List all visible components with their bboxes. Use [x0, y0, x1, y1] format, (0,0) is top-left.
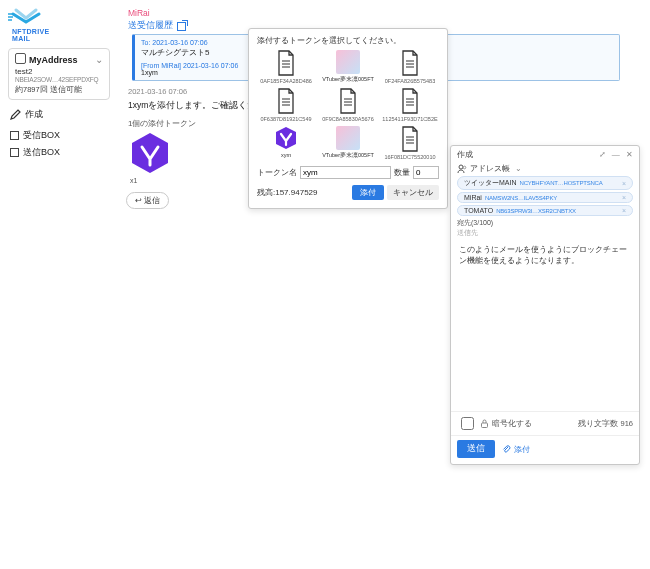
compose-title: 作成 [457, 149, 473, 160]
app-logo: NFTDRIVEMAIL [12, 10, 110, 42]
token-qty-label: 数量 [394, 167, 410, 178]
token-id: 0F9C8A85830A5676 [322, 116, 373, 122]
close-icon[interactable]: ✕ [626, 150, 633, 159]
recipient-count: 宛先(3/100) [451, 216, 639, 228]
remove-chip-icon[interactable]: × [622, 194, 626, 201]
recipient-name: TOMATO [464, 207, 493, 214]
token-balance: 残高:157.947529 [257, 187, 318, 198]
token-name-input[interactable] [300, 166, 391, 179]
sidebar-item-sent[interactable]: 送信BOX [8, 144, 110, 161]
attach-button[interactable]: 添付 [352, 185, 384, 200]
address-book-link[interactable]: アドレス帳 [470, 163, 510, 174]
to-hint: 送信先 [451, 228, 639, 238]
paperclip-icon [501, 444, 511, 454]
remove-chip-icon[interactable]: × [622, 207, 626, 214]
xym-token-icon [128, 131, 172, 175]
compose-body[interactable] [457, 242, 633, 411]
recipient-name: MiRai [464, 194, 482, 201]
message-from-line: [From MiRai] 2021-03-16 07:06 [141, 62, 238, 69]
token-item[interactable]: 1125411F93D71CB2E [381, 88, 439, 122]
nft-image-icon [336, 50, 360, 74]
svg-marker-0 [132, 133, 168, 173]
token-id: 1125411F93D71CB2E [382, 116, 437, 122]
svg-point-2 [459, 165, 463, 169]
contacts-icon [457, 164, 467, 174]
modal-title: 添付するトークンを選択してください。 [257, 35, 439, 46]
remove-chip-icon[interactable]: × [622, 180, 626, 187]
lock-icon [480, 419, 489, 428]
attachment-token[interactable] [128, 131, 172, 175]
external-link-icon [177, 22, 186, 31]
cancel-button[interactable]: キャンセル [387, 185, 439, 200]
recipient-chip[interactable]: MiRaiNAMSW2NS…ILAV5S4PKY× [457, 192, 633, 203]
recipient-chip[interactable]: ツイッターMAINNCYBHFYANT…HOSTPTSNCA× [457, 176, 633, 190]
document-icon [399, 50, 421, 76]
compose-button[interactable]: 作成 [10, 108, 110, 121]
token-item[interactable]: 0F6387D81921C549 [257, 88, 315, 122]
document-icon [275, 50, 297, 76]
token-id: 0F6387D81921C549 [260, 116, 311, 122]
account-stat: 約7897回 送信可能 [15, 85, 103, 95]
account-name: test2 [15, 67, 103, 76]
document-icon [275, 88, 297, 114]
recipient-id: NAMSW2NS…ILAV5S4PKY [485, 195, 557, 201]
recipient-id: NB63SPRW3I…XSR2CNBTXX [496, 208, 576, 214]
token-id: 16F081DC75520010 [384, 154, 435, 160]
recipient-id: NCYBHFYANT…HOSTPTSNCA [520, 180, 603, 186]
token-name-label: トークン名 [257, 167, 297, 178]
char-counter: 残り文字数 916 [578, 419, 633, 429]
token-caption: VTuber夢末凛005FT [322, 152, 374, 159]
sent-icon [10, 148, 19, 157]
document-icon [399, 88, 421, 114]
token-item[interactable]: VTuber夢末凛005FT [319, 50, 377, 84]
token-item[interactable]: 0F24FA826B575483 [381, 50, 439, 84]
encrypt-checkbox[interactable] [461, 417, 474, 430]
minimize-icon[interactable]: — [612, 150, 620, 159]
document-icon [399, 126, 421, 152]
pencil-icon [10, 109, 21, 120]
token-item[interactable]: 16F081DC75520010 [381, 126, 439, 160]
send-button[interactable]: 送信 [457, 440, 495, 458]
my-address-selector[interactable]: MyAddress ⌄ test2 NBEIA2SOW…42SEFPDXFQ 約… [8, 48, 110, 100]
chevron-down-icon: ⌄ [515, 164, 522, 173]
message-from-body: 1xym [141, 69, 158, 76]
expand-icon[interactable]: ⤢ [599, 150, 606, 159]
token-item[interactable]: xym [257, 126, 315, 160]
token-item[interactable]: 0F9C8A85830A5676 [319, 88, 377, 122]
token-caption: xym [281, 152, 291, 158]
xym-token-icon [274, 126, 298, 150]
svg-point-3 [463, 166, 466, 169]
compose-panel: 作成 ⤢ — ✕ アドレス帳 ⌄ ツイッターMAINNCYBHFYANT…HOS… [450, 145, 640, 465]
token-id: 0AF185F34A28D486 [260, 78, 312, 84]
token-item[interactable]: VTuber夢末凛005FT [319, 126, 377, 160]
attach-link[interactable]: 添付 [501, 444, 530, 455]
recipient-chip[interactable]: TOMATONB63SPRW3I…XSR2CNBTXX× [457, 205, 633, 216]
inbox-icon [10, 131, 19, 140]
token-item[interactable]: 0AF185F34A28D486 [257, 50, 315, 84]
token-qty-input[interactable] [413, 166, 439, 179]
sidebar-item-inbox[interactable]: 受信BOX [8, 127, 110, 144]
chevron-down-icon: ⌄ [95, 54, 103, 65]
account-id: NBEIA2SOW…42SEFPDXFQ [15, 76, 103, 83]
thread-recipient-name: MiRai [128, 8, 642, 18]
encrypt-toggle[interactable]: 暗号化する [457, 414, 532, 433]
token-id: 0F24FA826B575483 [385, 78, 435, 84]
nft-image-icon [336, 126, 360, 150]
recipient-name: ツイッターMAIN [464, 179, 517, 186]
svg-rect-4 [482, 423, 488, 428]
token-select-modal: 添付するトークンを選択してください。 0AF185F34A28D486VTube… [248, 28, 448, 209]
reply-button[interactable]: ↩ 返信 [126, 192, 169, 209]
document-icon [337, 88, 359, 114]
token-caption: VTuber夢末凛005FT [322, 76, 374, 83]
